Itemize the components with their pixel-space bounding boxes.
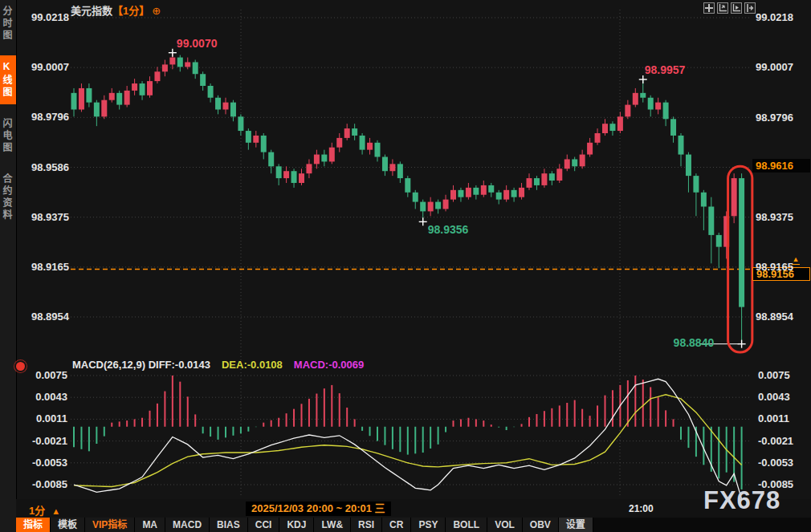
- range-high-badge: 98.9616: [752, 159, 810, 173]
- session-time-badge: 2025/12/03 20:00 ~ 20:01 三: [246, 502, 391, 516]
- price-anchor-icon[interactable]: ▲: [792, 256, 800, 265]
- dea-value: DEA:-0.0108: [222, 359, 283, 371]
- anchor-arrow: ▲: [792, 256, 800, 263]
- sidebar-tab-K线图[interactable]: K线图: [0, 55, 16, 104]
- anchor-bar: [792, 264, 800, 265]
- macd-params-diff-value: MACD(26,12,9) DIFF:-0.0143: [72, 359, 210, 371]
- instrument-name: 美元指数: [71, 5, 112, 17]
- instrument-title: 美元指数【1分】⊕: [71, 2, 161, 18]
- toolbar-item-BIAS[interactable]: BIAS: [210, 518, 248, 532]
- interval-badge: 【1分】: [112, 5, 149, 17]
- toolbar-item-MA[interactable]: MA: [135, 518, 165, 532]
- axis-scale-right-icon[interactable]: [731, 2, 742, 14]
- chart-canvas[interactable]: [0, 0, 811, 532]
- toolbar-item-VOL[interactable]: VOL: [487, 518, 523, 532]
- interval-arrow-icon: ▲: [51, 506, 60, 516]
- toolbar-item-模板[interactable]: 模板: [51, 518, 85, 532]
- toolbar-item-OBV[interactable]: OBV: [523, 518, 559, 532]
- chart-type-sidebar: 分时图K线图闪电图合约资料: [0, 0, 17, 532]
- sidebar-tab-合约资料[interactable]: 合约资料: [0, 168, 16, 227]
- axis-scale-left-icon[interactable]: [717, 2, 728, 14]
- toolbar-item-LW&[interactable]: LW&: [314, 518, 351, 532]
- macd-value: MACD:-0.0069: [294, 359, 364, 371]
- sidebar-tab-分时图[interactable]: 分时图: [0, 0, 16, 47]
- sidebar-tab-闪电图[interactable]: 闪电图: [0, 112, 16, 160]
- macd-panel-marker-icon[interactable]: [16, 362, 25, 371]
- pan-crosshair-icon[interactable]: [703, 2, 715, 14]
- toolbar-item-MACD[interactable]: MACD: [165, 518, 210, 532]
- shift-forward-icon[interactable]: [744, 2, 756, 14]
- macd-header: MACD(26,12,9) DIFF:-0.0143DEA:-0.0108MAC…: [72, 359, 364, 371]
- toolbar-item-RSI[interactable]: RSI: [351, 518, 382, 532]
- toolbar-item-设置[interactable]: 设置: [559, 518, 593, 532]
- toolbar-item-VIP指标[interactable]: VIP指标: [85, 518, 135, 532]
- brand-watermark: FX678: [703, 486, 780, 515]
- indicator-toolbar: 指标模板VIP指标MAMACDBIASCCIKDJLW&RSICRPSYBOLL…: [16, 518, 811, 532]
- trading-terminal: 分时图K线图闪电图合约资料 美元指数【1分】⊕ MACD(26,12,9) DI…: [0, 0, 811, 532]
- toolbar-item-PSY[interactable]: PSY: [411, 518, 446, 532]
- interval-selector[interactable]: 1分▲: [29, 502, 60, 518]
- toolbar-item-KDJ[interactable]: KDJ: [279, 518, 314, 532]
- toolbar-item-指标[interactable]: 指标: [16, 518, 51, 532]
- time-axis-label: 21:00: [629, 503, 654, 514]
- toolbar-item-CR[interactable]: CR: [382, 518, 411, 532]
- toolbar-item-BOLL[interactable]: BOLL: [446, 518, 487, 532]
- chart-control-group: [703, 2, 756, 14]
- add-overlay-icon[interactable]: ⊕: [152, 5, 161, 17]
- toolbar-item-CCI[interactable]: CCI: [248, 518, 280, 532]
- interval-label: 1分: [29, 505, 45, 517]
- time-axis-row: 1分▲ 2025/12/03 20:00 ~ 20:01 三 21:00: [16, 499, 811, 518]
- last-price-badge: 98.9156: [752, 267, 810, 281]
